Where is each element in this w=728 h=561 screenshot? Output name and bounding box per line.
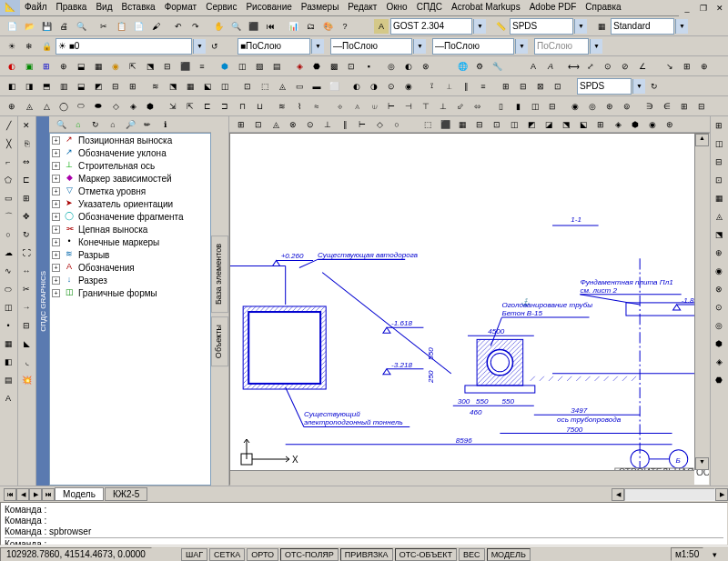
osnap-icon[interactable]: ⊡ bbox=[250, 116, 267, 133]
ellipse-icon[interactable]: ⬭ bbox=[0, 281, 16, 297]
view-icon[interactable]: ◈ bbox=[610, 116, 626, 133]
tree-item[interactable]: +↗Позиционная выноска bbox=[50, 134, 210, 146]
tree-item[interactable]: +•Конечные маркеры bbox=[50, 235, 210, 248]
tab-nav-last[interactable]: ⏭ bbox=[42, 488, 55, 501]
tree-item[interactable]: +➤Указатель ориентации bbox=[50, 197, 210, 210]
point-icon[interactable]: • bbox=[0, 317, 16, 334]
offset-icon[interactable]: ⊏ bbox=[18, 172, 35, 188]
spds-tool-icon[interactable]: ⬛ bbox=[177, 58, 193, 75]
spds-ann-icon[interactable]: ∥ bbox=[458, 78, 474, 95]
rtool-icon[interactable]: ⬢ bbox=[711, 336, 727, 352]
tree-refresh-icon[interactable]: ↻ bbox=[87, 116, 104, 133]
osnap-icon[interactable]: ∥ bbox=[337, 116, 353, 133]
tree-item[interactable]: +▽Отметка уровня bbox=[50, 185, 210, 197]
spds-ann-icon[interactable]: ⬕ bbox=[199, 78, 216, 95]
rtool-icon[interactable]: ⊗ bbox=[711, 281, 727, 297]
spds-tool-icon[interactable]: ⊟ bbox=[159, 58, 176, 75]
rtool-icon[interactable]: ◈ bbox=[711, 354, 727, 370]
spds-ann-icon[interactable]: ⊡ bbox=[239, 78, 256, 95]
osnap-icon[interactable]: ○ bbox=[389, 116, 405, 133]
spds-draw-icon[interactable]: ⊚ bbox=[619, 98, 635, 115]
view-icon[interactable]: ⊡ bbox=[489, 116, 505, 133]
view-icon[interactable]: ⊞ bbox=[592, 116, 609, 133]
preview-icon[interactable]: 🔍 bbox=[73, 18, 89, 35]
move-icon[interactable]: ✥ bbox=[18, 208, 35, 225]
rtool-icon[interactable]: ⊕ bbox=[711, 245, 727, 261]
spds-tool-icon[interactable]: ⚙ bbox=[471, 58, 488, 75]
status-osnap[interactable]: ПРИВЯЗКА bbox=[340, 548, 393, 561]
zoom-win-icon[interactable]: ⬛ bbox=[245, 18, 261, 35]
spds-draw-icon[interactable]: ⬄ bbox=[470, 98, 486, 115]
mtext-icon[interactable]: A bbox=[0, 390, 16, 406]
rtool-icon[interactable]: ◫ bbox=[711, 135, 727, 152]
dcc-icon[interactable]: 🗂 bbox=[302, 18, 318, 35]
spds-draw-icon[interactable]: ◯ bbox=[56, 98, 72, 115]
spds-tool-icon[interactable]: 🌐 bbox=[454, 58, 470, 75]
rtool-icon[interactable]: ◎ bbox=[711, 317, 727, 334]
lineweight-combo[interactable]: — ПоСлою bbox=[432, 38, 514, 55]
spds-ann-icon[interactable]: ◨ bbox=[21, 78, 37, 95]
spds-ann-icon[interactable]: ◧ bbox=[4, 78, 20, 95]
scale-down-icon[interactable]: ▾ bbox=[706, 546, 723, 562]
side-tab-objects[interactable]: Объекты bbox=[211, 316, 228, 366]
spds-ann-icon[interactable]: ⊟ bbox=[107, 78, 124, 95]
hscroll-left[interactable]: ◀ bbox=[612, 488, 624, 501]
extend-icon[interactable]: → bbox=[18, 299, 35, 316]
spds-draw-icon[interactable]: ⊞ bbox=[676, 98, 693, 115]
spds-draw-icon[interactable]: ⇱ bbox=[182, 98, 198, 115]
copy-icon[interactable]: 📋 bbox=[113, 18, 129, 35]
dim-style-combo[interactable]: SPDS bbox=[510, 18, 573, 35]
spds-draw-icon[interactable]: ⬢ bbox=[142, 98, 158, 115]
tree-item[interactable]: +◆Маркер зависимостей bbox=[50, 172, 210, 185]
spds-tool-icon[interactable]: ▩ bbox=[326, 58, 342, 75]
menu-insert[interactable]: Вставка bbox=[116, 0, 159, 15]
menu-adobepdf[interactable]: Adobe PDF bbox=[525, 0, 581, 15]
tree-item[interactable]: +↗Обозначение уклона bbox=[50, 146, 210, 159]
rotate-icon[interactable]: ↻ bbox=[18, 226, 35, 243]
spds-draw-icon[interactable]: ⟒ bbox=[366, 98, 382, 115]
status-lwt[interactable]: ВЕС bbox=[459, 548, 485, 561]
dim-angular-icon[interactable]: ∠ bbox=[634, 58, 651, 75]
menu-dimens[interactable]: Размеры bbox=[297, 0, 344, 15]
combo-arrow-icon[interactable]: ▼ bbox=[632, 79, 645, 94]
xline-icon[interactable]: ╳ bbox=[0, 135, 16, 152]
circle-icon[interactable]: ○ bbox=[0, 226, 16, 243]
side-tab-base[interactable]: База элементов bbox=[211, 235, 228, 313]
array-icon[interactable]: ⊞ bbox=[18, 190, 35, 206]
rtool-icon[interactable]: ▦ bbox=[711, 190, 727, 206]
spds-ann-icon[interactable]: ≡ bbox=[475, 78, 491, 95]
drawing-canvas[interactable]: 1-1 bbox=[229, 133, 710, 486]
spds-draw-icon[interactable]: ⊢ bbox=[383, 98, 399, 115]
command-prompt[interactable]: Команда : bbox=[5, 537, 723, 546]
menu-modify[interactable]: Редакт bbox=[343, 0, 381, 15]
rtool-icon[interactable]: ⬣ bbox=[711, 372, 727, 388]
spds-ann-icon[interactable]: ◬ bbox=[274, 78, 290, 95]
spds-ann-icon[interactable]: ▦ bbox=[182, 78, 198, 95]
spds-ann-icon[interactable]: ⬔ bbox=[165, 78, 181, 95]
spds-draw-icon[interactable]: ⟑ bbox=[349, 98, 365, 115]
spds-draw-icon[interactable]: ▯ bbox=[492, 98, 509, 115]
spds-update-icon[interactable]: ↻ bbox=[646, 78, 662, 95]
tree-edit-icon[interactable]: ✏ bbox=[139, 116, 156, 133]
tree-find-icon[interactable]: 🔎 bbox=[122, 116, 138, 133]
explode-icon[interactable]: 💥 bbox=[18, 372, 35, 388]
spds-tool-icon[interactable]: ▤ bbox=[268, 58, 285, 75]
help-icon[interactable]: ? bbox=[337, 18, 353, 35]
spds-draw-icon[interactable]: ⊔ bbox=[251, 98, 268, 115]
spds-ann-icon[interactable]: ⬜ bbox=[326, 78, 342, 95]
view-icon[interactable]: ⊛ bbox=[662, 116, 678, 133]
match-icon[interactable]: 🖌 bbox=[147, 18, 164, 35]
layer-mgr-icon[interactable]: ☀ bbox=[4, 38, 20, 55]
spds-panel-grip[interactable]: СПДС GRAPHICS bbox=[36, 116, 49, 486]
spds-tool-icon[interactable]: ◐ bbox=[4, 58, 20, 75]
tree-home-icon[interactable]: ⌂ bbox=[105, 116, 121, 133]
paste-icon[interactable]: 📄 bbox=[130, 18, 147, 35]
hatch-icon[interactable]: ▦ bbox=[0, 336, 16, 352]
spds-tool-icon[interactable]: ⬓ bbox=[73, 58, 89, 75]
spds-ann-icon[interactable]: ⊠ bbox=[532, 78, 549, 95]
tree-item[interactable]: +⫘Цепная выноска bbox=[50, 223, 210, 235]
spds-ann-icon[interactable]: ◩ bbox=[90, 78, 106, 95]
mtext-icon[interactable]: A bbox=[525, 58, 541, 75]
spds-tool-icon[interactable]: ⇱ bbox=[125, 58, 141, 75]
menu-edit[interactable]: Правка bbox=[52, 0, 92, 15]
